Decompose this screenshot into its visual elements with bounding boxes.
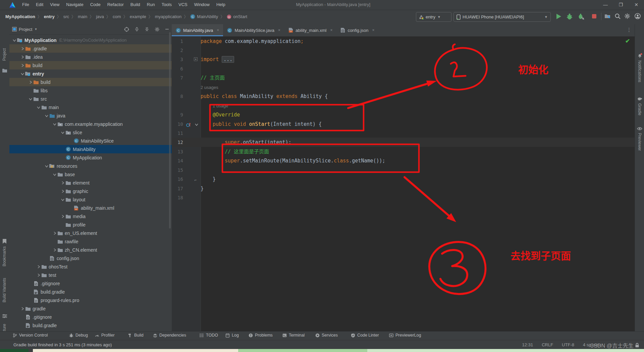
tree-item-build.gradle[interactable]: build.gradle [9, 321, 172, 330]
tree-item-MyApplication[interactable]: MyApplicationE:\HarmonyOsCode\MyApplicat… [9, 36, 172, 44]
chevron-down-icon[interactable] [60, 131, 65, 135]
chevron-down-icon[interactable] [52, 172, 57, 177]
tab-close-icon[interactable]: × [278, 28, 280, 33]
chevron-right-icon[interactable] [20, 63, 25, 67]
build-variants-icon[interactable] [2, 314, 7, 318]
tool-gradle-label[interactable]: Gradle [637, 103, 642, 115]
tree-item-java[interactable]: java [9, 111, 172, 120]
chevron-right-icon[interactable] [60, 189, 65, 193]
menu-edit[interactable]: Edit [33, 0, 47, 9]
code-line-16[interactable]: 16⌐} [172, 174, 635, 184]
menu-code[interactable]: Code [87, 0, 104, 9]
tree-item-com.example.myapplication[interactable]: com.example.myapplication [9, 120, 172, 128]
tree-item-proguard-rules.pro[interactable]: proguard-rules.pro [9, 296, 172, 304]
breadcrumb-item-com[interactable]: com [113, 14, 121, 19]
code-line-14[interactable]: 14super.setMainRoute(MainAbilitySlice.cl… [172, 156, 635, 165]
toolwindow-debug[interactable]: Debug [69, 333, 88, 338]
code-area[interactable]: 1package com.example.myapplication;23+im… [172, 36, 635, 331]
locate-file-icon[interactable] [124, 27, 129, 32]
close-button[interactable]: ✕ [629, 0, 644, 10]
tree-item-base[interactable]: base [9, 170, 172, 179]
menu-help[interactable]: Help [213, 0, 229, 9]
tree-item-ohosTest[interactable]: ohosTest [9, 262, 172, 271]
previewer-eye-icon[interactable] [637, 127, 642, 131]
tool-bookmarks-label[interactable]: Bookmarks [2, 246, 7, 266]
tree-item-resources[interactable]: resources [9, 162, 172, 170]
menu-file[interactable]: File [19, 0, 33, 9]
run-config-selector[interactable]: entry ▼ [416, 12, 451, 22]
chevron-down-icon[interactable] [28, 97, 33, 101]
project-view-label[interactable]: Project [19, 27, 32, 32]
toolwindow-log[interactable]: Log [225, 333, 239, 338]
breadcrumb-item-myapplication[interactable]: myapplication [155, 14, 182, 19]
attach-debugger-button[interactable] [578, 13, 584, 20]
tab-close-icon[interactable]: × [217, 28, 219, 33]
chevron-right-icon[interactable] [52, 231, 57, 235]
code-line-7[interactable]: 7// 主页面 [172, 73, 635, 83]
tree-scrollbar[interactable] [169, 32, 171, 229]
tab-mainability-java[interactable]: CMainAbility.java× [172, 24, 223, 36]
fold-arrow-icon[interactable] [195, 120, 199, 130]
profile-avatar-icon[interactable] [635, 13, 641, 19]
tree-item-libs[interactable]: libs [9, 86, 172, 95]
code-line-17[interactable]: 17} [172, 184, 635, 193]
menu-tools[interactable]: Tools [158, 0, 175, 9]
chevron-right-icon[interactable] [52, 248, 57, 252]
chevron-down-icon[interactable]: ▼ [34, 28, 37, 31]
code-line-10[interactable]: 10public void onStart(Intent intent) { [172, 119, 635, 129]
debug-button[interactable] [566, 13, 573, 20]
toolwindow-profiler[interactable]: Profiler [95, 333, 115, 338]
notifications-bell-icon[interactable] [637, 53, 642, 58]
toolwindow-todo[interactable]: TODO [200, 333, 218, 338]
tree-item-entry[interactable]: entry [9, 69, 172, 78]
breadcrumb-item-src[interactable]: src [63, 14, 69, 19]
gradle-elephant-icon[interactable] [637, 96, 642, 100]
tree-item-zh_CN.element[interactable]: zh_CN.element [9, 246, 172, 254]
chevron-right-icon[interactable] [20, 55, 25, 59]
code-line-2[interactable]: 2 [172, 46, 635, 55]
breadcrumb-item-mainability[interactable]: CMainAbility [190, 14, 218, 19]
code-line-12[interactable]: 12super.onStart(intent); [172, 138, 635, 147]
tree-item-layout[interactable]: layout [9, 195, 172, 204]
device-manager-icon[interactable] [604, 13, 610, 19]
tree-item-src[interactable]: src [9, 95, 172, 103]
code-line-3[interactable]: 3+import ... [172, 55, 635, 64]
code-line-13[interactable]: 13// 这里面是子页面 [172, 147, 635, 156]
search-icon[interactable] [614, 13, 621, 19]
run-button[interactable] [555, 13, 562, 20]
code-line-1[interactable]: 1package com.example.myapplication; [172, 37, 635, 46]
code-line-inlay[interactable]: 1 usage [172, 101, 635, 110]
tool-build-variants-label[interactable]: Build Variants [2, 278, 7, 302]
minimize-button[interactable]: — [598, 0, 613, 10]
menu-refactor[interactable]: Refactor [104, 0, 127, 9]
tree-item-main[interactable]: main [9, 103, 172, 111]
code-line-18[interactable]: 18 [172, 193, 635, 202]
maximize-button[interactable]: ❐ [613, 0, 629, 10]
breadcrumb-item-entry[interactable]: entry [44, 14, 55, 19]
menu-run[interactable]: Run [144, 0, 158, 9]
tool-notifications-label[interactable]: Notifications [637, 60, 642, 82]
chevron-down-icon[interactable] [36, 105, 41, 109]
tab-ability-main-xml[interactable]: <>ability_main.xml× [284, 24, 337, 36]
chevron-right-icon[interactable] [36, 265, 41, 269]
breadcrumb-item-onstart[interactable]: monStart [227, 14, 247, 19]
line-ending-indicator[interactable]: CRLF [542, 342, 553, 347]
tree-item-config.json[interactable]: config.json [9, 254, 172, 262]
tree-item-MainAbility[interactable]: CMainAbility [9, 145, 172, 153]
menu-view[interactable]: View [47, 0, 63, 9]
tree-item-.gitignore[interactable]: .gitignore [9, 313, 172, 321]
menu-window[interactable]: Window [191, 0, 213, 9]
chevron-right-icon[interactable] [60, 181, 65, 185]
menu-vcs[interactable]: VCS [175, 0, 191, 9]
stop-button[interactable] [592, 14, 597, 19]
chevron-down-icon[interactable] [60, 198, 65, 202]
toolwindow-build[interactable]: Build [128, 333, 144, 338]
toolwindow-code-linter[interactable]: Code Linter [351, 333, 379, 338]
toolwindow-terminal[interactable]: Terminal [282, 333, 305, 338]
breadcrumb-item-myapplication[interactable]: MyApplication [5, 14, 35, 19]
tree-item-build[interactable]: build [9, 61, 172, 69]
chevron-right-icon[interactable] [20, 47, 25, 51]
toolwindow-problems[interactable]: Problems [249, 333, 273, 338]
expand-all-icon[interactable] [135, 27, 139, 32]
tab-close-icon[interactable]: × [372, 28, 375, 33]
